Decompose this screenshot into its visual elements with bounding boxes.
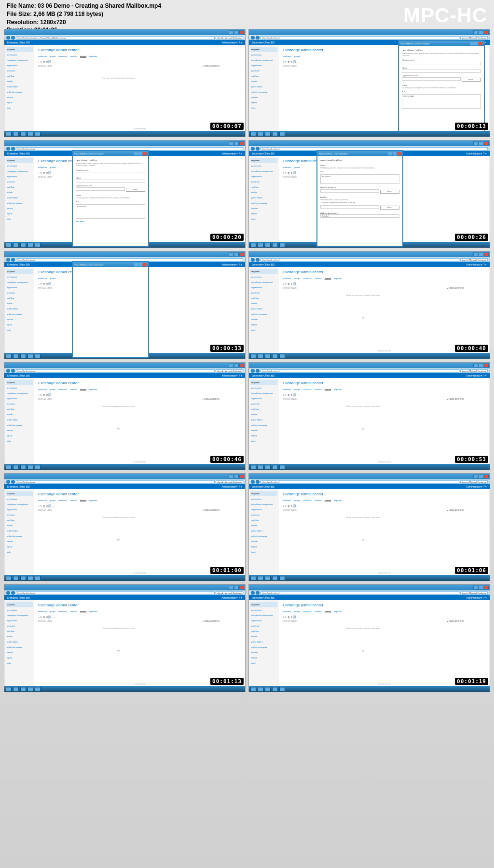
archive-label: Archive <box>320 196 399 198</box>
empty-message: There are no items to show in this view. <box>38 77 199 79</box>
sidebar-item-mobile[interactable]: mobile <box>6 79 33 84</box>
tab-groups[interactable]: groups <box>50 55 55 57</box>
thumbnail-frame: https://localhost/ecp/ Enterprise Office… <box>4 251 246 359</box>
tab-resources[interactable]: resources <box>58 55 67 57</box>
list-header: DISPLAY NAME <box>38 65 199 67</box>
tab-mailboxes[interactable]: mailboxes <box>38 55 47 57</box>
thumbnail-frame: https://localhost/ecp/shared - Microsoft… <box>248 251 490 359</box>
window-titlebar <box>4 29 245 35</box>
browser-tab[interactable]: shared - Microsoft Exchange <box>216 36 243 40</box>
thumbnail-frame: https://localhost/ecp/shared - Microsoft… <box>4 584 246 692</box>
loading-icon: ⟳ <box>283 316 443 319</box>
list-toolbar[interactable]: + ✎ 🗑 ⚙ 🔄 ⋯ <box>38 60 241 63</box>
archive-checkbox[interactable]: ☐ Create an on-premises archive mailbox … <box>320 202 399 204</box>
thumbnail-frame: https://localhost/ecp/shared - Microsoft… <box>4 473 246 581</box>
display-name-input[interactable] <box>402 62 481 65</box>
footer-count: 0 selected of 0 total <box>133 128 146 130</box>
thumbnail-frame: https://localhost/ecp/shared - Microsoft… <box>4 362 246 470</box>
sidebar-item-permissions[interactable]: permissions <box>6 52 33 57</box>
ribbon-bar: Enterprise Office 365Administrator ▾ ? ▾ <box>4 40 245 45</box>
taskbar[interactable] <box>4 131 245 137</box>
sidebar-item-protection[interactable]: protection <box>6 68 33 73</box>
popup-heading: new shared mailbox <box>402 49 481 52</box>
back-icon[interactable] <box>6 36 10 40</box>
sidebar-item-recipients[interactable]: recipients <box>6 47 33 52</box>
address-bar[interactable]: https://localhost/ecp/UsersGroups/Shared… <box>4 35 245 40</box>
abp-select[interactable]: [No Policy] <box>320 214 399 218</box>
alias-input[interactable] <box>402 70 481 73</box>
content-tabs: mailboxes groups resources contacts shar… <box>38 55 241 57</box>
thumbnail-frame: https://localhost/ecp/shared - Microsoft… <box>248 473 490 581</box>
forward-icon[interactable] <box>11 36 15 40</box>
more-options-link[interactable]: More options... <box>76 221 145 223</box>
sidebar-item-um[interactable]: unified messaging <box>6 89 33 95</box>
close-icon[interactable] <box>479 42 482 45</box>
thumbnail-grid: https://localhost/ecp/UsersGroups/Shared… <box>4 29 490 692</box>
browse-button[interactable]: Browse... <box>462 78 481 82</box>
users-listbox[interactable]: DISPLAY NAME <box>402 94 481 109</box>
thumbnail-frame: https://localhost/ecp/shared - Microsoft… <box>248 584 490 692</box>
nav-sidebar: recipients permissions compliance manage… <box>4 45 34 131</box>
popup-description: Shared mailboxes allow a group of users … <box>402 53 481 57</box>
tab-contacts[interactable]: contacts <box>70 55 77 57</box>
sidebar-item-tools[interactable]: tools <box>6 105 33 111</box>
display-name-label: *Display name: <box>402 59 481 61</box>
sidebar-item-compliance[interactable]: compliance management <box>6 57 33 63</box>
sidebar-item-organization[interactable]: organization <box>6 63 33 68</box>
sidebar-item-hybrid[interactable]: hybrid <box>6 100 33 105</box>
sidebar-item-publicfolders[interactable]: public folders <box>6 84 33 89</box>
thumbnail-frame: https://localhost/ecp/UsersGroups/Shared… <box>4 29 246 137</box>
sidebar-item-servers[interactable]: servers <box>6 95 33 100</box>
page-title: Exchange admin center <box>38 48 241 52</box>
url-field[interactable]: https://localhost/ecp/UsersGroups/Shared… <box>16 36 215 40</box>
thumbnail-frame: https://localhost/ecp/shared - Microsoft… <box>248 29 490 137</box>
alias-label: *Alias: <box>402 67 481 69</box>
popup-titlebar: Shared Mailbox - Internet Explorer <box>399 41 484 46</box>
thumbnail-frame: https://localhost/ecp/ Enterprise Office… <box>248 140 490 248</box>
sidebar-item-mailflow[interactable]: mail flow <box>6 73 33 79</box>
thumbnail-frame: https://localhost/ecp/ Enterprise Office… <box>4 140 246 248</box>
thumbnail-frame: https://localhost/ecp/shared - Microsoft… <box>248 362 490 470</box>
start-button[interactable] <box>6 132 12 136</box>
tab-migration[interactable]: migration <box>89 55 97 57</box>
timestamp-overlay: 00:00:07 <box>210 123 244 130</box>
detail-header: ▸ EMAIL ADDRESS <box>203 65 241 79</box>
player-watermark: MPC-HC <box>403 4 487 27</box>
users-section: Users <box>402 84 481 86</box>
new-mailbox-popup: Shared Mailbox - Internet Explorer new s… <box>398 40 485 132</box>
orgunit-input[interactable] <box>402 77 461 81</box>
tab-shared[interactable]: shared <box>80 55 86 57</box>
